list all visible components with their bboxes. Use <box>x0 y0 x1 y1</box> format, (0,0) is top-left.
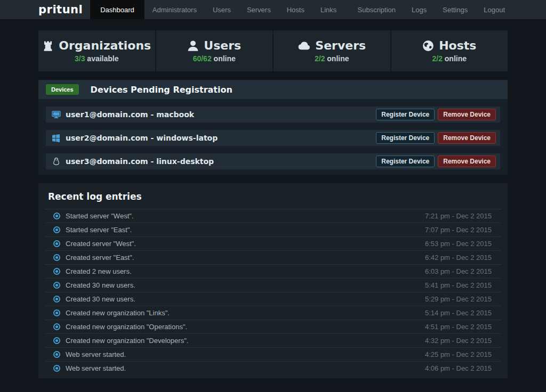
stat-count: 2/2 <box>432 54 442 63</box>
log-message: Created new organization "Developers". <box>66 337 188 345</box>
log-timestamp: 4:32 pm - Dec 2 2015 <box>425 337 492 345</box>
top-navbar: pritunl Dashboard Administrators Users S… <box>0 0 546 19</box>
log-timestamp: 6:03 pm - Dec 2 2015 <box>425 267 492 275</box>
stat-servers: Servers 2/2 online <box>272 30 390 71</box>
nav-item[interactable]: Links <box>312 0 344 19</box>
stat-status: online <box>445 54 467 63</box>
stat-status: online <box>214 54 236 63</box>
register-device-button[interactable]: Register Device <box>376 109 435 120</box>
device-row: user3@domain.com - linux-desktop Registe… <box>46 153 500 169</box>
bullseye-icon <box>53 226 60 233</box>
log-entry: Created new organization "Developers". 4… <box>45 333 501 347</box>
remove-device-button[interactable]: Remove Device <box>438 156 496 167</box>
log-timestamp: 4:06 pm - Dec 2 2015 <box>425 364 492 372</box>
nav-item[interactable]: Servers <box>239 0 279 19</box>
bullseye-icon <box>53 365 60 372</box>
log-message: Created new organization "Links". <box>66 309 170 317</box>
user-icon <box>187 40 199 52</box>
remove-device-button[interactable]: Remove Device <box>438 109 496 120</box>
bullseye-icon <box>53 254 60 261</box>
windows-icon <box>51 134 61 142</box>
bullseye-icon <box>53 268 60 275</box>
stat-label: Hosts <box>439 39 476 52</box>
bullseye-icon <box>53 240 60 247</box>
device-row: user1@domain.com - macbook Register Devi… <box>46 107 500 123</box>
log-entry: Created new organization "Operations". 4… <box>45 320 501 333</box>
device-name: user2@domain.com - windows-latop <box>66 134 218 142</box>
log-entry: Started server "West". 7:21 pm - Dec 2 2… <box>45 209 501 223</box>
recent-logs-title: Recent log entries <box>38 183 508 209</box>
log-timestamp: 4:25 pm - Dec 2 2015 <box>425 350 492 358</box>
log-entry: Created server "East". 6:42 pm - Dec 2 2… <box>45 250 501 264</box>
log-message: Created 30 new users. <box>66 295 135 303</box>
log-entry: Created new organization "Links". 5:14 p… <box>45 306 501 320</box>
devices-panel-header: Devices Devices Pending Registration <box>38 80 508 99</box>
stat-count: 60/62 <box>193 54 212 63</box>
register-device-button[interactable]: Register Device <box>376 156 435 167</box>
bullseye-icon <box>53 296 60 303</box>
log-message: Created new organization "Operations". <box>66 323 187 331</box>
stat-status: available <box>87 54 118 63</box>
nav-right: Subscription Logs Settings Logout <box>350 0 513 19</box>
log-entry: Created 2 new users. 6:03 pm - Dec 2 201… <box>45 264 501 278</box>
nav-left: Dashboard Administrators Users Servers H… <box>90 0 344 19</box>
nav-item[interactable]: Logout <box>476 0 513 19</box>
log-timestamp: 7:21 pm - Dec 2 2015 <box>425 212 492 220</box>
log-message: Created server "West". <box>66 240 136 248</box>
nav-item[interactable]: Settings <box>435 0 476 19</box>
log-timestamp: 5:29 pm - Dec 2 2015 <box>425 295 492 303</box>
stat-count: 3/3 <box>75 54 85 63</box>
nav-item[interactable]: Administrators <box>144 0 205 19</box>
device-name: user1@domain.com - macbook <box>66 110 194 119</box>
bullseye-icon <box>53 337 60 344</box>
stat-label: Organizations <box>59 39 151 52</box>
stat-hosts: Hosts 2/2 online <box>390 30 508 71</box>
rook-icon <box>42 40 54 52</box>
bullseye-icon <box>53 309 60 316</box>
log-list: Started server "West". 7:21 pm - Dec 2 2… <box>38 209 508 375</box>
stat-organizations: Organizations 3/3 available <box>38 30 155 71</box>
bullseye-icon <box>53 282 60 289</box>
devices-panel-title: Devices Pending Registration <box>91 85 232 95</box>
register-device-button[interactable]: Register Device <box>376 132 435 144</box>
log-message: Started server "West". <box>66 212 133 220</box>
nav-item[interactable]: Logs <box>404 0 435 19</box>
log-message: Created server "East". <box>66 254 134 262</box>
recent-logs-panel: Recent log entries Started server "West"… <box>38 183 508 378</box>
device-row: user2@domain.com - windows-latop Registe… <box>46 130 500 146</box>
stat-status: online <box>327 54 349 63</box>
nav-item[interactable]: Users <box>205 0 239 19</box>
bullseye-icon <box>53 351 60 358</box>
nav-item[interactable]: Subscription <box>350 0 404 19</box>
log-entry: Created server "West". 6:53 pm - Dec 2 2… <box>45 236 501 250</box>
log-message: Web server started. <box>66 364 126 372</box>
devices-panel: Devices Devices Pending Registration use… <box>38 80 508 175</box>
log-timestamp: 6:42 pm - Dec 2 2015 <box>425 254 492 262</box>
globe-icon <box>422 40 434 52</box>
remove-device-button[interactable]: Remove Device <box>438 132 496 144</box>
linux-icon <box>51 157 61 166</box>
log-timestamp: 5:41 pm - Dec 2 2015 <box>425 281 492 289</box>
stat-label: Servers <box>315 39 366 52</box>
device-name: user3@domain.com - linux-desktop <box>66 157 214 166</box>
log-timestamp: 7:07 pm - Dec 2 2015 <box>425 226 492 234</box>
log-message: Started server "East". <box>66 226 132 234</box>
log-message: Created 2 new users. <box>66 267 132 275</box>
log-timestamp: 4:51 pm - Dec 2 2015 <box>425 323 492 331</box>
stat-count: 2/2 <box>315 54 325 63</box>
log-entry: Started server "East". 7:07 pm - Dec 2 2… <box>45 223 501 236</box>
stat-users: Users 60/62 online <box>155 30 273 71</box>
log-entry: Created 30 new users. 5:41 pm - Dec 2 20… <box>45 278 501 292</box>
bullseye-icon <box>53 323 60 330</box>
log-timestamp: 6:53 pm - Dec 2 2015 <box>425 240 492 248</box>
cloud-icon <box>298 40 310 52</box>
stats-row: Organizations 3/3 available Users 60/62 … <box>38 30 508 71</box>
log-entry: Web server started. 4:06 pm - Dec 2 2015 <box>45 361 501 375</box>
nav-item[interactable]: Dashboard <box>90 0 144 19</box>
nav-item[interactable]: Hosts <box>279 0 312 19</box>
pritunl-logo: pritunl <box>38 0 90 19</box>
log-timestamp: 5:14 pm - Dec 2 2015 <box>425 309 492 317</box>
bullseye-icon <box>53 213 60 219</box>
stat-label: Users <box>204 39 241 52</box>
log-entry: Web server started. 4:25 pm - Dec 2 2015 <box>45 347 501 361</box>
